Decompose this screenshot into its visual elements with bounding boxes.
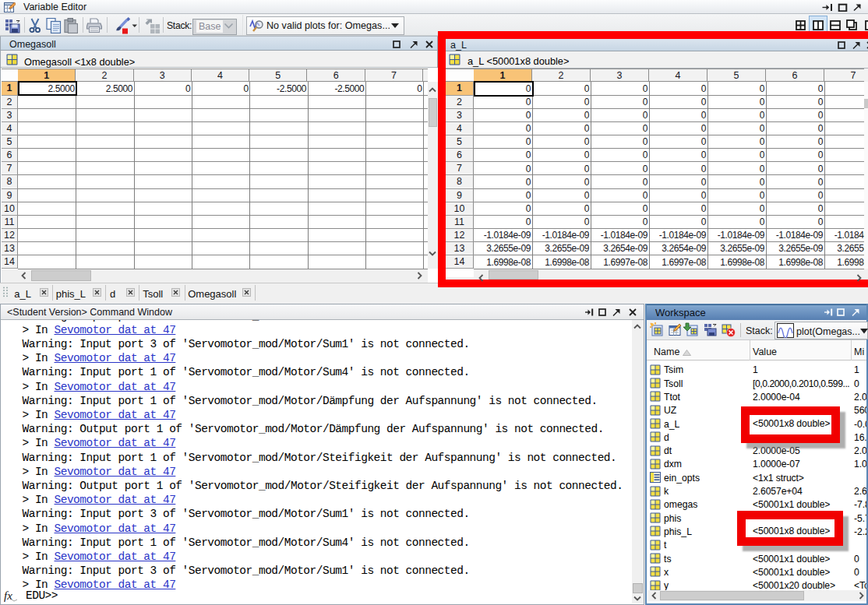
svg-text:fx: fx bbox=[4, 589, 12, 602]
